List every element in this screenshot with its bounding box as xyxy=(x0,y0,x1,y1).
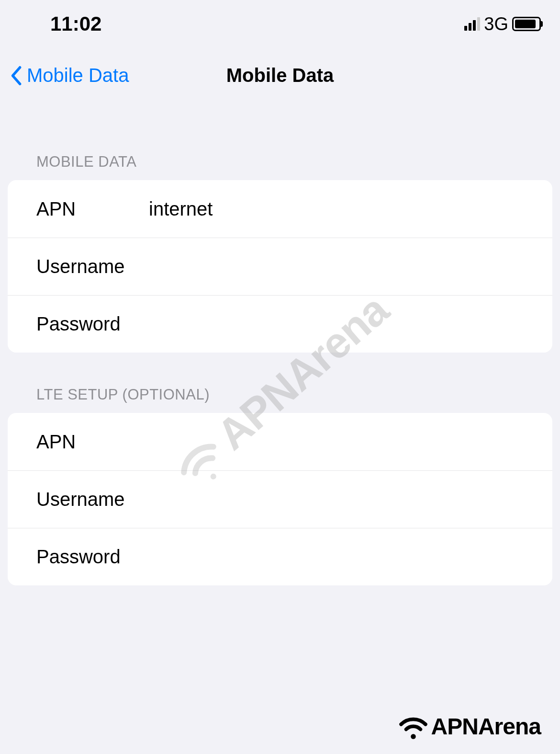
back-button[interactable]: Mobile Data xyxy=(10,65,129,86)
lte-username-label: Username xyxy=(36,489,149,510)
section-header-mobile-data: Mobile Data xyxy=(8,105,552,180)
status-indicators: 3G xyxy=(464,14,541,34)
row-lte-password[interactable]: Password xyxy=(8,528,552,585)
row-lte-username[interactable]: Username xyxy=(8,470,552,528)
svg-point-0 xyxy=(411,734,416,739)
row-apn[interactable]: APN xyxy=(8,180,552,238)
password-label: Password xyxy=(36,313,149,335)
row-username[interactable]: Username xyxy=(8,238,552,295)
section-group-lte-setup: APN Username Password xyxy=(8,413,552,585)
footer-logo: APNArena xyxy=(395,708,541,744)
chevron-left-icon xyxy=(10,65,22,86)
apn-label: APN xyxy=(36,198,149,220)
lte-apn-input[interactable] xyxy=(149,431,524,453)
lte-password-input[interactable] xyxy=(149,546,524,568)
row-lte-apn[interactable]: APN xyxy=(8,413,552,470)
row-password[interactable]: Password xyxy=(8,295,552,353)
content: Mobile Data APN Username Password LTE Se… xyxy=(0,105,560,585)
signal-icon xyxy=(464,17,480,31)
status-time: 11:02 xyxy=(50,12,101,35)
wifi-icon xyxy=(395,708,431,744)
page-title: Mobile Data xyxy=(226,65,334,86)
username-label: Username xyxy=(36,256,149,277)
status-bar: 11:02 3G xyxy=(0,0,560,48)
navigation-bar: Mobile Data Mobile Data xyxy=(0,48,560,105)
apn-input[interactable] xyxy=(149,198,524,220)
section-header-lte-setup: LTE Setup (Optional) xyxy=(8,353,552,413)
battery-icon xyxy=(512,17,541,31)
footer-logo-text: APNArena xyxy=(431,713,541,740)
lte-apn-label: APN xyxy=(36,431,149,453)
lte-password-label: Password xyxy=(36,546,149,568)
lte-username-input[interactable] xyxy=(149,489,524,510)
password-input[interactable] xyxy=(149,313,524,335)
username-input[interactable] xyxy=(149,256,524,277)
network-type: 3G xyxy=(484,14,508,34)
back-label: Mobile Data xyxy=(27,65,129,86)
section-group-mobile-data: APN Username Password xyxy=(8,180,552,353)
